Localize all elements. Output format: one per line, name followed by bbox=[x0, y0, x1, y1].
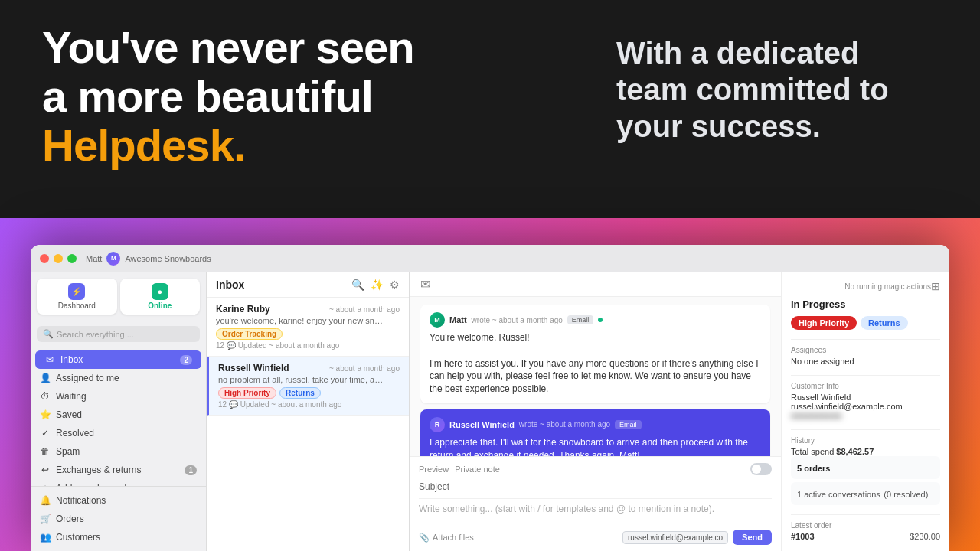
divider-4 bbox=[791, 514, 940, 515]
customer-email: russel.winfield@example.com bbox=[791, 402, 940, 411]
sidebar-item-add-saved[interactable]: + Add saved search bbox=[31, 479, 206, 486]
msg-text-1: You're welcome, Russel!I'm here to assis… bbox=[430, 331, 761, 396]
sidebar-item-waiting[interactable]: ⏱ Waiting bbox=[31, 387, 206, 406]
conv-top-karine: Karine Ruby ~ about a month ago bbox=[216, 304, 400, 315]
status-icon: ● bbox=[152, 283, 168, 300]
sidebar-item-inbox[interactable]: ✉ Inbox 2 bbox=[35, 350, 201, 369]
history-label: History bbox=[791, 436, 940, 445]
history-section: History Total spend $8,462.57 5 orders 1… bbox=[791, 436, 940, 505]
tab-private-note[interactable]: Private note bbox=[455, 463, 500, 475]
sidebar-top-cards: ⚡ Dashboard ● Online bbox=[31, 272, 206, 321]
assignees-section: Assignees No one assigned bbox=[791, 346, 940, 366]
traffic-lights bbox=[40, 254, 77, 263]
panel-tag-returns[interactable]: Returns bbox=[861, 316, 908, 330]
compose-subject: Subject bbox=[419, 480, 772, 499]
sidebar-item-notifications[interactable]: 🔔 Notifications bbox=[31, 491, 206, 510]
send-area: russel.winfield@example.co Send bbox=[622, 530, 772, 545]
magic-icon[interactable]: ✨ bbox=[371, 279, 384, 291]
total-spend-value: $8,462.57 bbox=[836, 447, 874, 456]
tag-returns: Returns bbox=[279, 387, 321, 399]
customers-label: Customers bbox=[56, 532, 100, 543]
hero-right-text: With a dedicated team committed to your … bbox=[616, 34, 938, 145]
order-amount: $230.00 bbox=[910, 532, 940, 541]
panel-tag-high-priority[interactable]: High Priority bbox=[791, 316, 857, 330]
message-1: M Matt wrote ~ about a month ago Email Y… bbox=[420, 305, 770, 403]
sidebar-item-exchanges[interactable]: ↩ Exchanges & returns 1 bbox=[31, 461, 206, 479]
fullscreen-button[interactable] bbox=[67, 254, 77, 263]
orders-stat: 5 orders bbox=[791, 456, 940, 479]
conversations-sub: (0 resolved) bbox=[884, 490, 928, 499]
conv-meta-russell: 12 💬 Updated ~ about a month ago bbox=[218, 400, 400, 409]
search-icon: 🔍 bbox=[43, 329, 54, 339]
tag-order-tracking: Order Tracking bbox=[216, 328, 283, 340]
sidebar-item-resolved[interactable]: ✓ Resolved bbox=[31, 424, 206, 442]
orders-count: 5 orders bbox=[797, 464, 830, 473]
inbox-header: Inbox 🔍 ✨ ⚙ bbox=[207, 272, 409, 298]
conv-name-karine: Karine Ruby bbox=[216, 304, 270, 315]
assignees-value: No one assigned bbox=[791, 357, 940, 366]
tab-preview[interactable]: Preview bbox=[419, 463, 449, 475]
total-spend-label: Total spend bbox=[791, 447, 834, 456]
conv-preview-karine: you're welcome, karine! enjoy your new s… bbox=[216, 316, 384, 325]
conversation-list: Karine Ruby ~ about a month ago you're w… bbox=[207, 298, 409, 551]
status-card[interactable]: ● Online bbox=[120, 279, 201, 315]
latest-order-row: #1003 $230.00 bbox=[791, 532, 940, 541]
sidebar-nav: ✉ Inbox 2 👤 Assigned to me ⏱ Waiting ⭐ S… bbox=[31, 347, 206, 486]
dashboard-card[interactable]: ⚡ Dashboard bbox=[37, 279, 117, 315]
total-spend: Total spend $8,462.57 bbox=[791, 447, 940, 456]
conversations-count: 1 active conversations bbox=[797, 490, 880, 499]
conversation-item-karine[interactable]: Karine Ruby ~ about a month ago you're w… bbox=[207, 298, 409, 357]
exchanges-icon: ↩ bbox=[40, 465, 51, 475]
msg-badge-1: Email bbox=[567, 315, 594, 324]
conv-time-russell: ~ about a month ago bbox=[329, 364, 400, 373]
attach-files-button[interactable]: 📎 Attach files bbox=[419, 533, 474, 543]
sidebar-item-spam[interactable]: 🗑 Spam bbox=[31, 442, 206, 461]
inbox-header-actions: 🔍 ✨ ⚙ bbox=[351, 279, 400, 291]
sidebar-item-customers[interactable]: 👥 Customers bbox=[31, 528, 206, 546]
minimize-button[interactable] bbox=[54, 254, 63, 263]
conversations-stat: 1 active conversations (0 resolved) bbox=[791, 482, 940, 505]
search-conversations-icon[interactable]: 🔍 bbox=[351, 279, 364, 291]
status-section: In Progress High Priority Returns bbox=[791, 298, 940, 330]
sidebar-item-assigned[interactable]: 👤 Assigned to me bbox=[31, 369, 206, 387]
title-bar-center: Matt M Awesome Snowboards bbox=[86, 252, 211, 266]
inbox-title: Inbox bbox=[216, 279, 244, 291]
assigned-icon: 👤 bbox=[40, 373, 51, 383]
attach-icon: 📎 bbox=[419, 533, 430, 543]
private-note-toggle[interactable] bbox=[750, 463, 772, 475]
message-header-1: M Matt wrote ~ about a month ago Email bbox=[430, 312, 761, 328]
compose-tab-right bbox=[750, 463, 772, 475]
inbox-badge: 2 bbox=[180, 355, 192, 365]
compose-placeholder: Write something... (start with / for tem… bbox=[419, 504, 714, 514]
exchanges-label: Exchanges & returns bbox=[56, 465, 141, 475]
orders-label: Orders bbox=[56, 514, 84, 524]
conv-preview-russell: no problem at all, russel. take your tim… bbox=[218, 375, 387, 384]
resolved-label: Resolved bbox=[56, 428, 94, 439]
conv-tags-russell: High Priority Returns bbox=[218, 387, 400, 399]
send-button[interactable]: Send bbox=[733, 530, 772, 545]
customers-icon: 👥 bbox=[40, 532, 51, 543]
exchanges-badge: 1 bbox=[185, 465, 197, 475]
conv-top-russell: Russell Winfield ~ about a month ago bbox=[218, 363, 400, 373]
sidebar-search: 🔍 Search everything ... bbox=[31, 321, 206, 347]
close-button[interactable] bbox=[40, 254, 49, 263]
settings-icon[interactable]: ⚙ bbox=[390, 279, 400, 291]
recipient-email: russel.winfield@example.co bbox=[622, 531, 728, 544]
conv-tags-karine: Order Tracking bbox=[216, 328, 400, 340]
msg-avatar-russell: R bbox=[430, 417, 445, 432]
divider-3 bbox=[791, 429, 940, 430]
compose-tabs: Preview Private note bbox=[419, 463, 772, 475]
customer-section: Customer Info Russell Winfield russel.wi… bbox=[791, 382, 940, 420]
sidebar-item-orders[interactable]: 🛒 Orders bbox=[31, 510, 206, 528]
conv-main: ✉ M Matt wrote ~ about a month ago Email… bbox=[410, 272, 781, 551]
inbox-label: Inbox bbox=[60, 354, 83, 365]
sidebar-item-saved[interactable]: ⭐ Saved bbox=[31, 406, 206, 424]
titlebar-user: Matt bbox=[86, 254, 102, 263]
inbox-icon: ✉ bbox=[44, 354, 55, 365]
tag-high-priority: High Priority bbox=[218, 387, 276, 399]
search-placeholder: Search everything ... bbox=[57, 330, 134, 339]
msg-sender-matt-1: Matt bbox=[449, 315, 467, 324]
search-box[interactable]: 🔍 Search everything ... bbox=[37, 326, 200, 342]
conversation-item-russell[interactable]: Russell Winfield ~ about a month ago no … bbox=[207, 357, 409, 416]
compose-body[interactable]: Write something... (start with / for tem… bbox=[419, 504, 772, 525]
